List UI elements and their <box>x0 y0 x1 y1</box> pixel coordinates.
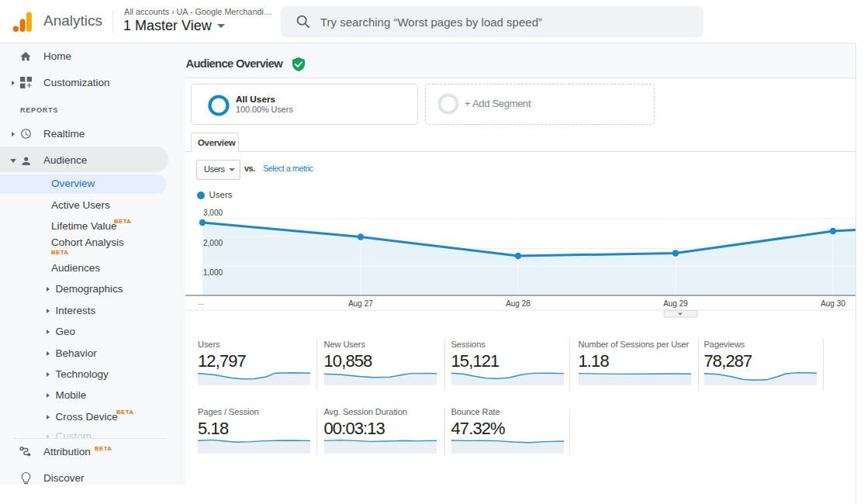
svg-text:...: ... <box>198 298 204 306</box>
svg-text:Aug 28: Aug 28 <box>506 299 530 308</box>
svg-text:3,000: 3,000 <box>203 209 223 217</box>
svg-text:Aug 27: Aug 27 <box>348 299 373 308</box>
svg-text:1,000: 1,000 <box>203 268 223 277</box>
svg-text:Aug 29: Aug 29 <box>663 299 688 308</box>
svg-text:Aug 30: Aug 30 <box>821 299 845 308</box>
svg-text:2,000: 2,000 <box>203 239 223 247</box>
